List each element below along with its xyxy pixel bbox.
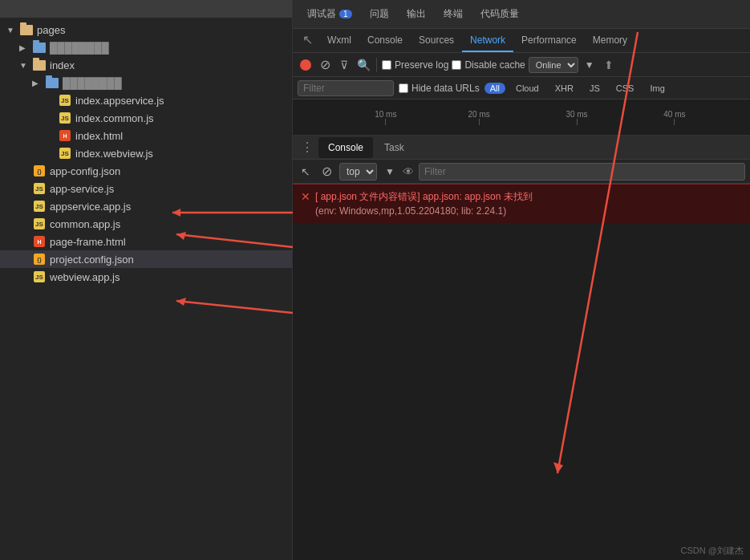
tree-label: index.common.js [75, 112, 154, 124]
tab-performance[interactable]: Performance [513, 30, 585, 52]
bottom-tab-task-label: Task [384, 142, 404, 153]
hide-data-urls-label: Hide data URLs [411, 83, 480, 94]
bottom-tab-task[interactable]: Task [375, 137, 414, 158]
watermark-text: CSDN @刘建杰 [681, 546, 744, 555]
filter-js[interactable]: JS [584, 83, 606, 94]
record-dot-icon [300, 59, 311, 71]
bottom-tab-console[interactable]: Console [318, 137, 373, 158]
folder-icon-pages [19, 23, 34, 36]
filter-img[interactable]: Img [644, 83, 670, 94]
tab-sources[interactable]: Sources [411, 30, 462, 52]
tree-item-common-app[interactable]: JS common.app.js [0, 215, 292, 233]
disable-cache-input[interactable] [452, 60, 461, 70]
filter-css[interactable]: CSS [610, 83, 640, 94]
arrow-icon: ▶ [32, 79, 45, 87]
tab-debugger-label: 调试器 [307, 7, 336, 21]
console-context-select[interactable]: top [339, 163, 377, 181]
bottom-panel: ⋮ Console Task ↖ ⊘ top ▼ 👁 ✕ [ app.json … [293, 136, 750, 560]
console-stop-icon[interactable]: ⊘ [318, 164, 334, 180]
tab-wxml-label: Wxml [327, 34, 351, 46]
network-filter-bar: Hide data URLs All Cloud XHR JS CSS Img [293, 77, 750, 99]
tree-item-index-common[interactable]: JS index.common.js [0, 109, 292, 127]
tree-label: appservice.app.js [50, 201, 131, 213]
tab-memory[interactable]: Memory [585, 30, 635, 52]
tree-item-index-html[interactable]: H index.html [0, 127, 292, 144]
filter-xhr[interactable]: XHR [549, 83, 579, 94]
dropdown-button[interactable]: ▼ [582, 57, 598, 73]
devtools-top-tabs: 调试器 1 问题 输出 终端 代码质量 [293, 0, 750, 29]
tab-memory-label: Memory [593, 34, 627, 46]
tab-wxml[interactable]: Wxml [319, 30, 359, 52]
disable-cache-checkbox[interactable]: Disable cache [452, 59, 525, 71]
tab-terminal[interactable]: 终端 [436, 4, 471, 25]
filter-input[interactable] [298, 80, 394, 96]
tab-performance-label: Performance [521, 34, 577, 46]
preserve-log-checkbox[interactable]: Preserve log [382, 59, 448, 71]
tab-terminal-label: 终端 [444, 7, 463, 21]
online-select[interactable]: Online [529, 57, 578, 73]
js-file-icon: JS [32, 200, 47, 213]
search-button[interactable]: 🔍 [355, 57, 371, 73]
tree-item-index[interactable]: ▼ index [0, 56, 292, 74]
tab-issues[interactable]: 问题 [362, 4, 397, 25]
network-tabs-bar: ↖ Wxml Console Sources Network Performan… [293, 29, 750, 53]
tab-output[interactable]: 输出 [399, 4, 434, 25]
tree-item-project-config[interactable]: {} project.config.json [0, 250, 292, 268]
tree-item-app-service[interactable]: JS app-service.js [0, 180, 292, 197]
tree-item-index-sub[interactable]: ▶ ████████ [0, 74, 292, 91]
tab-nav-icon[interactable]: ↖ [296, 30, 319, 52]
tree-item-pages-sub[interactable]: ▶ ████████ [0, 39, 292, 56]
ruler-mark-20ms: 20 ms [468, 110, 490, 125]
ruler-line [674, 119, 675, 125]
tree-label: project.config.json [50, 254, 134, 266]
file-tree: ▼ pages ▶ ████████ ▼ index ▶ ████████ [0, 18, 292, 289]
record-button[interactable] [298, 57, 314, 73]
ruler-line [385, 119, 386, 125]
console-nav-icon[interactable]: ↖ [298, 164, 314, 180]
tree-item-index-appservice[interactable]: JS index.appservice.js [0, 91, 292, 109]
tree-item-index-webview[interactable]: JS index.webview.js [0, 144, 292, 162]
stop-button[interactable]: ⊘ [317, 57, 333, 73]
tab-network[interactable]: Network [462, 30, 513, 52]
tree-item-appservice-app[interactable]: JS appservice.app.js [0, 197, 292, 215]
tab-debugger[interactable]: 调试器 1 [299, 4, 360, 25]
filter-button[interactable]: ⊽ [336, 57, 352, 73]
tree-item-app-config[interactable]: {} app-config.json [0, 162, 292, 180]
console-dropdown-icon[interactable]: ▼ [382, 164, 398, 180]
json-file-icon: {} [32, 164, 47, 177]
filter-cloud[interactable]: Cloud [510, 83, 545, 94]
tab-console-label: Console [367, 34, 403, 46]
eye-icon[interactable]: 👁 [403, 165, 414, 178]
hide-data-urls-input[interactable] [399, 83, 408, 93]
tab-codequality[interactable]: 代码质量 [472, 4, 527, 25]
tree-item-webview-app[interactable]: JS webview.app.js [0, 268, 292, 286]
tree-label: index.html [75, 130, 123, 142]
hide-data-urls-checkbox[interactable]: Hide data URLs [399, 83, 480, 94]
js-file-icon: JS [58, 112, 72, 124]
dots-menu-icon[interactable]: ⋮ [298, 140, 317, 155]
ruler-mark-40ms: 40 ms [663, 110, 685, 125]
console-filter-input[interactable] [419, 163, 745, 181]
timeline-area: 10 ms 20 ms 30 ms 40 ms [293, 99, 750, 136]
filter-all[interactable]: All [484, 83, 505, 94]
tree-item-page-frame[interactable]: H page-frame.html [0, 233, 292, 250]
tree-label: ████████ [50, 42, 109, 54]
arrow-icon: ▼ [19, 61, 32, 70]
folder-icon-blue-index [45, 76, 59, 89]
tree-label: index [50, 59, 75, 71]
tree-item-pages[interactable]: ▼ pages [0, 21, 292, 39]
html-file-icon: H [32, 235, 47, 248]
separator [376, 58, 377, 72]
tree-label: page-frame.html [50, 236, 126, 248]
ruler-mark-10ms: 10 ms [375, 110, 396, 125]
error-text: [ app.json 文件内容错误] app.json: app.json 未找… [315, 189, 533, 218]
preserve-log-input[interactable] [382, 60, 391, 70]
network-toolbar: ⊘ ⊽ 🔍 Preserve log Disable cache Online … [293, 53, 750, 77]
upload-button[interactable]: ⬆ [601, 57, 617, 73]
tab-codequality-label: 代码质量 [480, 7, 519, 21]
tab-console[interactable]: Console [359, 30, 411, 52]
ruler-label: 10 ms [375, 110, 396, 119]
tab-debugger-badge: 1 [339, 10, 352, 18]
tree-label: webview.app.js [50, 271, 120, 283]
error-line1: [ app.json 文件内容错误] app.json: app.json 未找… [315, 189, 533, 204]
